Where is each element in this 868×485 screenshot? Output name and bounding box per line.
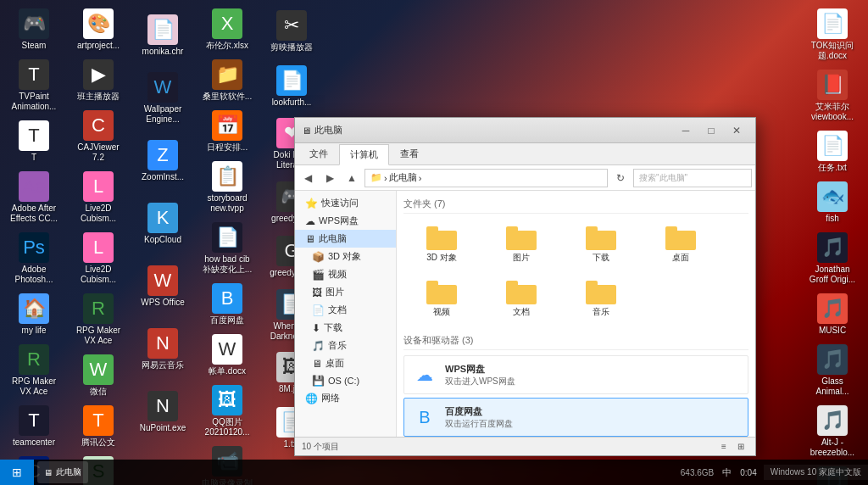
live2d-icon: L — [83, 171, 114, 202]
desktop-icon-altj[interactable]: 🎵Alt-J - breezeblo... — [802, 402, 863, 461]
folder-item-桌面[interactable]: 桌面 — [643, 219, 719, 270]
folder-item-3D 对象[interactable]: 3D 对象 — [403, 219, 480, 270]
desktop-icon-artproject[interactable]: 🎨artproject... — [68, 5, 129, 54]
desktop-icon-boluo[interactable]: 📁桑里软软件... — [197, 56, 258, 105]
desktop-icon-music[interactable]: 🎵MUSIC — [802, 290, 863, 339]
ribbon-tab-file[interactable]: 文件 — [298, 143, 339, 164]
desktop-icon-live2dcub[interactable]: LLive2D Cubism... — [68, 229, 129, 288]
sidebar-item-this-pc[interactable]: 🖥 此电脑 — [295, 230, 396, 248]
sidebar-item-3d[interactable]: 📦 3D 对象 — [295, 248, 396, 265]
forward-button[interactable]: ▶ — [320, 169, 339, 187]
sidebar-item-downloads[interactable]: ⬇ 下载 — [295, 319, 396, 337]
tray-storage: 643.6GB — [681, 468, 714, 477]
desktop-icon-tencent[interactable]: T腾讯公文 — [68, 402, 129, 451]
address-path[interactable]: 📁 › 此电脑 › — [364, 169, 608, 187]
list-view-button[interactable]: ≡ — [716, 440, 732, 454]
close-button[interactable]: ✕ — [725, 121, 748, 140]
qqpic-label: QQ图片 20210120... — [200, 417, 254, 438]
desktop-icon-lookfurth[interactable]: 📄lookfurth... — [261, 60, 322, 114]
desktop-icon-aimiefeer[interactable]: 📕艾米菲尔 viewbook... — [802, 66, 863, 125]
sidebar-item-os-c[interactable]: 💾 OS (C:) — [295, 372, 396, 389]
desktop-icon-photoshop[interactable]: PsAdobe Photosh... — [3, 229, 64, 288]
drive-item-baidu-drive[interactable]: B百度网盘双击运行百度网盘 — [403, 398, 748, 437]
desktop-icon-kopcloud[interactable]: KKopCloud — [132, 193, 193, 254]
sidebar-item-network[interactable]: 🌐 网络 — [295, 389, 396, 407]
folder-name-文档: 文档 — [513, 307, 530, 317]
sidebar-item-desktop[interactable]: 🖥 桌面 — [295, 354, 396, 372]
folders-grid: 3D 对象图片下载桌面视频文档音乐 — [403, 219, 748, 324]
minimize-button[interactable]: ─ — [674, 121, 698, 140]
desktop-icon-qqpic[interactable]: 🖼QQ图片 20210120... — [197, 382, 258, 441]
ribbon-tab-computer[interactable]: 计算机 — [339, 144, 389, 165]
nupoint-icon: N — [147, 391, 178, 421]
desktop-icon-glass[interactable]: 🎵Glass Animal... — [802, 341, 863, 400]
desktop-icon-monika[interactable]: 📄monika.chr — [132, 5, 193, 66]
desktop-icon-richengyun[interactable]: 📅日程安排... — [197, 107, 258, 156]
folder-item-文档[interactable]: 文档 — [483, 273, 559, 324]
drive-item-wps-drive[interactable]: ☁WPS网盘双击进入WPS网盘 — [403, 355, 748, 394]
start-button[interactable]: ⊞ — [0, 460, 34, 485]
desktop-icon-mylife[interactable]: 🏠my life — [3, 290, 64, 339]
up-button[interactable]: ▲ — [342, 169, 361, 187]
sidebar-item-quick-access[interactable]: ⭐ 快速访问 — [295, 194, 396, 212]
desktop-icon-renwu[interactable]: 📄任务.txt — [802, 127, 863, 176]
desktop-icon-fish[interactable]: 🐟fish — [802, 178, 863, 227]
desktop-icon-rpg2[interactable]: RRPG Maker VX Ace — [68, 290, 129, 349]
desktop-icon-howbad[interactable]: 📄how bad cib 补缺变化上... — [197, 219, 258, 278]
taskbar-file-explorer[interactable]: 🖥 此电脑 — [37, 461, 88, 483]
search-box[interactable]: 搜索"此电脑" — [633, 169, 752, 187]
desktop-icon-zoom[interactable]: ZZoomInst... — [132, 131, 193, 192]
desktop-icon-boluoer[interactable]: X布伦尔.xlsx — [197, 5, 258, 54]
downloads-icon: ⬇ — [312, 322, 320, 334]
desktop-icon-tok[interactable]: 📄TOK知识问题.docx — [802, 5, 863, 64]
desktop-icon-jonathan[interactable]: 🎵Jonathan Groff Origi... — [802, 229, 863, 288]
desktop-icon-steam[interactable]: 🎮Steam — [3, 5, 64, 54]
desktop-icon-live2d[interactable]: LLive2D Cubism... — [68, 168, 129, 227]
folder-item-视频[interactable]: 视频 — [403, 273, 480, 324]
folder-icon — [426, 226, 457, 250]
desktop-icon-baiduyun2[interactable]: B百度网盘 — [197, 280, 258, 329]
desktop-icon-banzhuchang[interactable]: ▶班主播放器 — [68, 56, 129, 105]
sidebar-item-documents[interactable]: 📄 文档 — [295, 301, 396, 319]
desktop-icon-jiepian[interactable]: ✂剪映播放器 — [261, 5, 322, 59]
search-placeholder: 搜索"此电脑" — [639, 172, 687, 184]
desktop-icon-tvpaint[interactable]: TTVPaint Animation... — [3, 56, 64, 115]
desktop-icon-t[interactable]: TT — [3, 117, 64, 166]
wps-drive-desc: 双击进入WPS网盘 — [445, 376, 741, 387]
sidebar-item-wps-cloud[interactable]: ☁ WPS网盘 — [295, 212, 396, 230]
back-button[interactable]: ◀ — [298, 169, 317, 187]
desktop-icon-after-effects[interactable]: AeAdobe After Effects CC... — [3, 168, 64, 227]
folder-item-图片[interactable]: 图片 — [483, 219, 559, 270]
taskbar-tray: 643.6GB 中 0:04 — [674, 466, 764, 479]
ribbon-tab-view[interactable]: 查看 — [389, 143, 430, 164]
lookfurth-label: lookfurth... — [272, 98, 312, 108]
folder-icon — [586, 281, 616, 304]
windows-edition: Windows 10 家庭中文版 — [764, 465, 868, 480]
folder-name-图片: 图片 — [513, 253, 530, 263]
desktop-icon-cajviewer[interactable]: CCAJViewer 7.2 — [68, 107, 129, 166]
desktop-icon-nupoint[interactable]: NNuPoint.exe — [132, 382, 193, 443]
desktop-icon-wyymusic[interactable]: N网易云音乐 — [132, 319, 193, 380]
desktop-icon-wallpaper[interactable]: WWallpaper Engine... — [132, 68, 193, 129]
tray-lang[interactable]: 中 — [719, 466, 735, 479]
maximize-button[interactable]: □ — [699, 121, 723, 140]
tencent-icon: T — [83, 405, 114, 436]
desktop-icon-storyboard[interactable]: 📋storyboard new.tvpp — [197, 158, 258, 217]
taskbar-clock[interactable]: 0:04 — [740, 467, 756, 478]
folder-item-音乐[interactable]: 音乐 — [563, 273, 639, 324]
network-icon: 🌐 — [305, 393, 318, 404]
folder-item-下载[interactable]: 下载 — [563, 219, 639, 270]
grid-view-button[interactable]: ⊞ — [733, 440, 748, 454]
desktop-icon-wpsoffice[interactable]: WWPS Office — [132, 256, 193, 317]
we-label: 帐单.docx — [209, 366, 246, 376]
refresh-button[interactable]: ↻ — [611, 169, 630, 187]
sidebar-item-music[interactable]: 🎵 音乐 — [295, 337, 396, 354]
desktop-icon-weixin[interactable]: W微信 — [68, 351, 129, 400]
desktop-icon-we[interactable]: W帐单.docx — [197, 331, 258, 380]
live2dcub-label: Live2D Cubism... — [71, 265, 125, 285]
artproject-icon: 🎨 — [83, 8, 114, 39]
desktop-icon-teamcenter[interactable]: Tteamcenter — [3, 402, 64, 451]
sidebar-item-videos[interactable]: 🎬 视频 — [295, 265, 396, 283]
sidebar-item-pictures[interactable]: 🖼 图片 — [295, 283, 396, 301]
desktop-icon-rpg1[interactable]: RRPG Maker VX Ace — [3, 341, 64, 400]
